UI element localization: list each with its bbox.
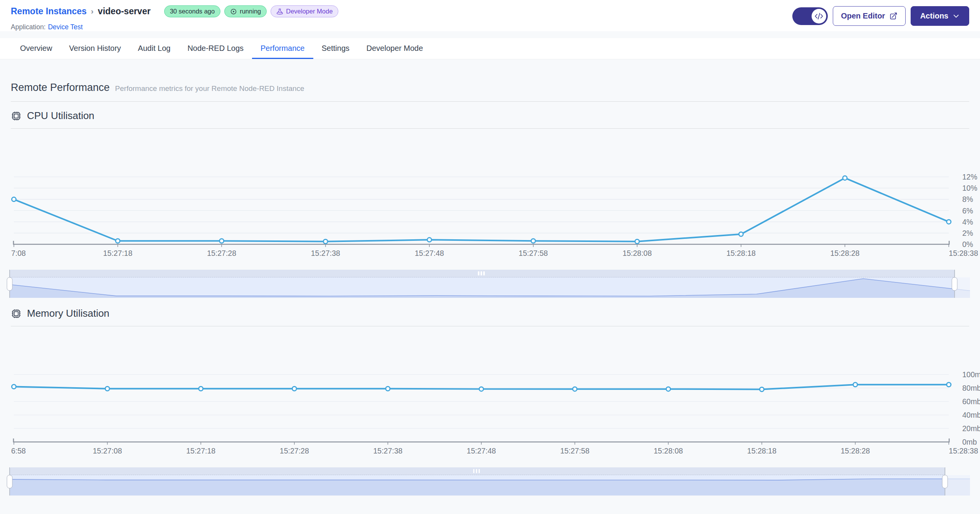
- svg-text:15:28:18: 15:28:18: [747, 447, 777, 455]
- main-content: Remote Performance Performance metrics f…: [0, 59, 980, 512]
- zoom-slider-minichart: [10, 277, 970, 298]
- svg-text:60mb: 60mb: [962, 397, 980, 406]
- chart-canvas[interactable]: 7:0815:27:1815:27:2815:27:3815:27:4815:2…: [11, 129, 980, 260]
- svg-text:15:28:08: 15:28:08: [622, 249, 652, 257]
- svg-text:100mb: 100mb: [962, 370, 980, 379]
- svg-text:15:27:38: 15:27:38: [373, 447, 402, 455]
- chevron-down-icon: [953, 13, 960, 20]
- zoom-selected-region[interactable]: [10, 467, 945, 475]
- open-editor-label: Open Editor: [841, 12, 885, 20]
- svg-text:2%: 2%: [962, 229, 973, 237]
- zoom-handle-right[interactable]: [952, 277, 958, 291]
- header: Remote Instances › video-server 30 secon…: [0, 0, 980, 31]
- tab-node-red-logs[interactable]: Node-RED Logs: [179, 38, 252, 59]
- zoom-slider-minichart: [10, 475, 970, 496]
- svg-text:15:27:18: 15:27:18: [186, 447, 215, 455]
- zoom-drag-grip-icon[interactable]: [478, 271, 485, 275]
- svg-text:4%: 4%: [962, 218, 973, 226]
- cpu-section: CPU Utilisation 7:0815:27:1815:27:2815:2…: [11, 102, 969, 298]
- chart-canvas[interactable]: 6:5815:27:0815:27:1815:27:2815:27:3815:2…: [11, 326, 980, 457]
- badge-label: Developer Mode: [286, 8, 333, 15]
- svg-text:15:28:18: 15:28:18: [726, 249, 756, 257]
- actions-label: Actions: [920, 12, 948, 20]
- memory-chart[interactable]: 6:5815:27:0815:27:1815:27:2815:27:3815:2…: [11, 326, 980, 457]
- page-title: Remote Performance: [11, 82, 110, 94]
- zoom-drag-grip-icon[interactable]: [473, 469, 480, 473]
- developer-mode-toggle[interactable]: [792, 7, 828, 25]
- zoom-handle-right[interactable]: [942, 475, 948, 488]
- svg-text:15:28:28: 15:28:28: [830, 249, 859, 257]
- zoom-handle-left[interactable]: [7, 277, 13, 291]
- svg-text:6:58: 6:58: [11, 447, 26, 455]
- beaker-icon: [276, 8, 283, 15]
- badge-label: 30 seconds ago: [170, 8, 215, 15]
- svg-text:15:27:28: 15:27:28: [280, 447, 309, 455]
- application-link[interactable]: Device Test: [48, 23, 82, 31]
- cpu-chip-icon: [11, 308, 22, 319]
- badge-last-seen: 30 seconds ago: [164, 5, 221, 17]
- actions-button[interactable]: Actions: [911, 6, 969, 26]
- zoom-selected-region[interactable]: [10, 270, 955, 277]
- svg-text:15:28:08: 15:28:08: [654, 447, 683, 455]
- memory-section-header: Memory Utilisation: [11, 299, 969, 326]
- code-bracket-icon: [812, 9, 826, 24]
- tab-audit-log[interactable]: Audit Log: [129, 38, 179, 59]
- open-editor-button[interactable]: Open Editor: [833, 6, 905, 26]
- chevron-right-icon: ›: [91, 7, 94, 16]
- memory-section: Memory Utilisation 6:5815:27:0815:27:181…: [11, 299, 969, 496]
- tab-developer-mode[interactable]: Developer Mode: [358, 38, 432, 59]
- memory-zoom-slider[interactable]: [10, 467, 970, 496]
- status-badges: 30 seconds agorunningDeveloper Mode: [164, 5, 339, 17]
- application-label: Application:: [11, 23, 45, 31]
- header-left: Remote Instances › video-server 30 secon…: [11, 5, 338, 31]
- badge-status-running: running: [224, 5, 267, 17]
- cpu-chart[interactable]: 7:0815:27:1815:27:2815:27:3815:27:4815:2…: [11, 129, 980, 260]
- memory-section-title: Memory Utilisation: [27, 307, 109, 319]
- application-row: Application:Device Test: [11, 23, 338, 31]
- zoom-handle-left[interactable]: [7, 475, 13, 488]
- external-link-icon: [889, 12, 898, 20]
- tab-overview[interactable]: Overview: [12, 38, 61, 59]
- badge-developer-mode: Developer Mode: [271, 5, 338, 17]
- svg-text:8%: 8%: [962, 195, 973, 203]
- tabs: OverviewVersion HistoryAudit LogNode-RED…: [0, 38, 980, 59]
- svg-text:15:27:38: 15:27:38: [311, 249, 340, 257]
- svg-text:15:27:18: 15:27:18: [103, 249, 133, 257]
- breadcrumb: Remote Instances › video-server 30 secon…: [11, 5, 338, 17]
- svg-text:15:27:08: 15:27:08: [93, 447, 122, 455]
- svg-text:15:27:58: 15:27:58: [519, 249, 548, 257]
- badge-label: running: [240, 8, 261, 15]
- tab-performance[interactable]: Performance: [252, 38, 313, 59]
- cpu-zoom-slider[interactable]: [10, 270, 970, 298]
- cpu-section-title: CPU Utilisation: [27, 110, 94, 122]
- svg-text:6%: 6%: [962, 207, 973, 215]
- play-circle-icon: [230, 8, 237, 15]
- breadcrumb-remote-instances[interactable]: Remote Instances: [11, 6, 87, 17]
- svg-text:0%: 0%: [962, 240, 973, 249]
- tab-version-history[interactable]: Version History: [61, 38, 129, 59]
- svg-text:15:27:58: 15:27:58: [560, 447, 590, 455]
- cpu-chip-icon: [11, 111, 22, 121]
- zoom-unselected-region: [945, 475, 970, 496]
- svg-text:0mb: 0mb: [962, 438, 977, 446]
- svg-text:15:27:48: 15:27:48: [415, 249, 444, 257]
- page-subtitle: Performance metrics for your Remote Node…: [115, 84, 304, 93]
- instance-title: video-server: [98, 6, 151, 17]
- svg-text:7:08: 7:08: [11, 249, 26, 257]
- svg-text:15:28:38: 15:28:38: [949, 447, 978, 455]
- svg-text:15:27:28: 15:27:28: [207, 249, 236, 257]
- header-actions: Open Editor Actions: [792, 5, 969, 26]
- svg-text:12%: 12%: [962, 173, 977, 181]
- tab-settings[interactable]: Settings: [313, 38, 358, 59]
- svg-text:80mb: 80mb: [962, 384, 980, 392]
- svg-text:15:27:48: 15:27:48: [467, 447, 496, 455]
- svg-text:15:28:28: 15:28:28: [840, 447, 870, 455]
- cpu-section-header: CPU Utilisation: [11, 102, 969, 129]
- svg-text:10%: 10%: [962, 184, 977, 192]
- svg-text:20mb: 20mb: [962, 424, 980, 433]
- svg-text:40mb: 40mb: [962, 411, 980, 419]
- svg-text:15:28:38: 15:28:38: [949, 249, 978, 257]
- page-head: Remote Performance Performance metrics f…: [11, 59, 969, 94]
